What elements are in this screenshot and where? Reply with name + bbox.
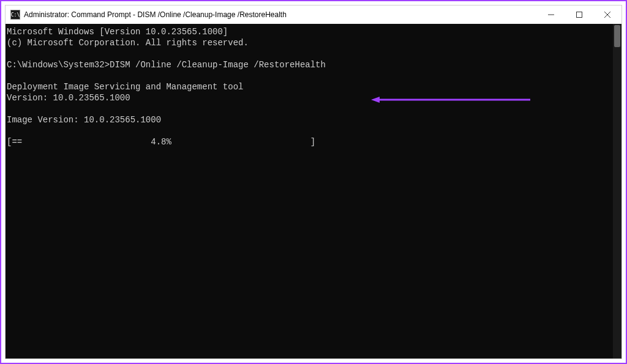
- close-icon: [604, 12, 610, 18]
- console-line-version: Microsoft Windows [Version 10.0.23565.10…: [7, 27, 228, 37]
- annotation-border: C:\ Administrator: Command Prompt - DISM…: [0, 0, 627, 364]
- console-progress-bar: [== 4.8% ]: [7, 137, 315, 147]
- console-image-version: Image Version: 10.0.23565.1000: [7, 115, 161, 125]
- close-button[interactable]: [593, 6, 621, 24]
- svg-rect-1: [577, 12, 582, 18]
- annotation-arrow: [330, 84, 489, 90]
- scrollbar-track[interactable]: [613, 24, 621, 358]
- window-controls: [537, 6, 621, 24]
- titlebar[interactable]: C:\ Administrator: Command Prompt - DISM…: [6, 6, 621, 24]
- maximize-button[interactable]: [565, 6, 593, 24]
- console-tool-version: Version: 10.0.23565.1000: [7, 93, 130, 103]
- window-title: Administrator: Command Prompt - DISM /On…: [24, 10, 537, 19]
- console-output[interactable]: Microsoft Windows [Version 10.0.23565.10…: [6, 24, 621, 358]
- svg-marker-5: [371, 97, 380, 103]
- maximize-icon: [576, 12, 582, 18]
- minimize-icon: [548, 12, 554, 18]
- console-tool-name: Deployment Image Servicing and Managemen…: [7, 82, 243, 92]
- console-prompt: C:\Windows\System32>: [7, 60, 110, 70]
- command-prompt-window: C:\ Administrator: Command Prompt - DISM…: [5, 5, 622, 359]
- scrollbar-thumb[interactable]: [614, 25, 620, 47]
- console-command: DISM /Online /Cleanup-Image /RestoreHeal…: [110, 60, 326, 70]
- cmd-icon-label: C:\: [11, 12, 20, 18]
- cmd-icon: C:\: [10, 10, 20, 20]
- console-line-copyright: (c) Microsoft Corporation. All rights re…: [7, 38, 249, 48]
- minimize-button[interactable]: [537, 6, 565, 24]
